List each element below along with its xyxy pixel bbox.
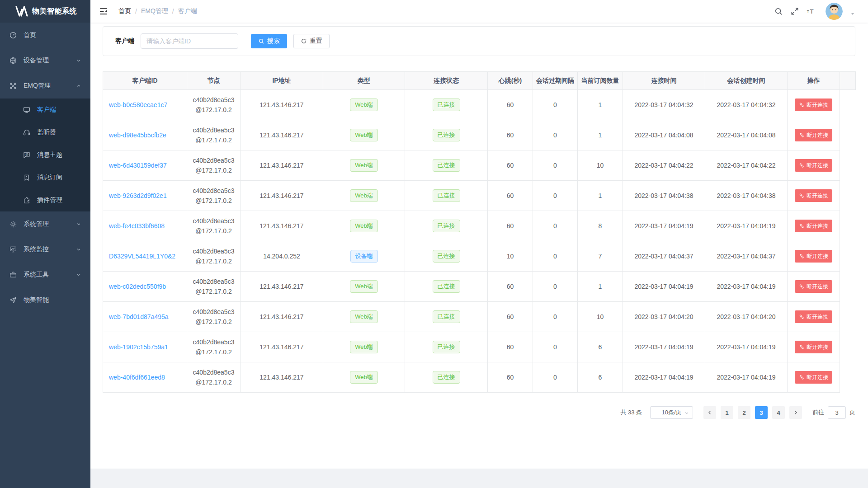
session-time-cell: 2022-03-17 04:04:38: [705, 181, 788, 211]
breadcrumb-separator: /: [135, 8, 137, 15]
subscriptions-cell: 7: [578, 241, 623, 272]
disconnect-button[interactable]: 断开连接: [795, 159, 832, 172]
sidebar-item-topics[interactable]: @ 消息主题: [0, 144, 90, 166]
gutter-cell: [840, 181, 856, 211]
sidebar-item-home[interactable]: 首页: [0, 23, 90, 48]
disconnect-button[interactable]: 断开连接: [795, 189, 832, 202]
disconnect-button[interactable]: 断开连接: [795, 129, 832, 141]
disconnect-button[interactable]: 断开连接: [795, 280, 832, 293]
disconnect-button[interactable]: 断开连接: [795, 99, 832, 111]
client-id-link[interactable]: web-9263d2d9f02e1: [109, 192, 167, 199]
search-icon[interactable]: [774, 7, 783, 16]
sidebar-item-emq[interactable]: EMQ管理: [0, 73, 90, 99]
client-id-link[interactable]: web-6d430159def37: [109, 162, 167, 169]
col-session-time: 会话创建时间: [705, 72, 788, 90]
disconnect-button-label: 断开连接: [807, 162, 828, 169]
client-id-input[interactable]: [141, 33, 238, 49]
sidebar-item-wumei[interactable]: 物美智能: [0, 287, 90, 313]
table-row: web-d98e45b5cfb2e c40b2d8ea5c3@172.17.0.…: [103, 120, 856, 150]
sidebar-collapse-icon[interactable]: [99, 6, 108, 16]
status-cell: 已连接: [405, 150, 488, 181]
subscriptions-cell: 1: [578, 90, 623, 120]
dashboard-icon: [9, 31, 17, 39]
session-time-cell: 2022-03-17 04:04:19: [705, 362, 788, 393]
page-button-1[interactable]: 1: [721, 406, 733, 419]
status-cell: 已连接: [405, 272, 488, 302]
status-badge: 已连接: [433, 310, 460, 323]
next-page-button[interactable]: [789, 406, 802, 419]
reset-button[interactable]: 重置: [293, 34, 330, 48]
sidebar-item-subscriptions[interactable]: 消息订阅: [0, 166, 90, 189]
sidebar-item-system-tools[interactable]: 系统工具: [0, 262, 90, 287]
page-button-2[interactable]: 2: [738, 406, 750, 419]
expiry-cell: 0: [533, 211, 578, 241]
pagination: 共 33 条 10条/页 1 2 3 4: [103, 406, 855, 419]
type-badge: Web端: [350, 310, 378, 323]
caret-down-icon[interactable]: [850, 11, 855, 17]
col-expiry: 会话过期间隔: [533, 72, 578, 90]
expiry-cell: 0: [533, 272, 578, 302]
client-id-link[interactable]: web-1902c15b759a1: [109, 343, 168, 351]
font-size-icon[interactable]: TT: [807, 7, 816, 16]
logo-icon: [15, 6, 28, 17]
disconnect-button[interactable]: 断开连接: [795, 220, 832, 232]
client-id-link[interactable]: D6329VL54419L1Y0&2: [109, 253, 175, 260]
sidebar-item-system-monitor[interactable]: 系统监控: [0, 237, 90, 262]
sidebar-item-system-admin[interactable]: 系统管理: [0, 211, 90, 237]
goto-page-input[interactable]: [828, 406, 846, 419]
gear-icon: [9, 220, 17, 228]
breadcrumb-clients: 客户端: [178, 7, 197, 15]
chevron-down-icon: [76, 272, 81, 277]
expiry-cell: 0: [533, 302, 578, 332]
search-button-label: 搜索: [267, 37, 280, 45]
client-id-link[interactable]: web-fe4c033bf6608: [109, 222, 165, 230]
avatar[interactable]: [826, 3, 843, 20]
node-cell: c40b2d8ea5c3@172.17.0.2: [187, 272, 241, 302]
type-badge: Web端: [350, 129, 378, 141]
search-field-label: 客户端: [115, 37, 134, 45]
fullscreen-icon[interactable]: [790, 7, 799, 16]
connect-time-cell: 2022-03-17 04:04:19: [623, 332, 705, 362]
session-time-cell: 2022-03-17 04:04:22: [705, 150, 788, 181]
status-badge: 已连接: [433, 159, 460, 172]
page-button-3-active[interactable]: 3: [755, 406, 768, 419]
sidebar-item-devices[interactable]: 设备管理: [0, 48, 90, 73]
breadcrumb-home[interactable]: 首页: [118, 7, 131, 15]
table-row: D6329VL54419L1Y0&2 c40b2d8ea5c3@172.17.0…: [103, 241, 856, 272]
app-title: 物美智能系统: [32, 7, 77, 16]
disconnect-button[interactable]: 断开连接: [795, 250, 832, 263]
breadcrumb-separator: /: [172, 8, 174, 15]
sidebar-item-clients[interactable]: 客户端: [0, 99, 90, 121]
prev-page-button[interactable]: [703, 406, 716, 419]
type-badge: Web端: [350, 159, 378, 172]
sidebar-item-plugins[interactable]: 插件管理: [0, 189, 90, 211]
table-row: web-b0c580ecae1c7 c40b2d8ea5c3@172.17.0.…: [103, 90, 856, 120]
col-client-id: 客户端ID: [103, 72, 187, 90]
subscribe-icon: [23, 174, 31, 182]
search-button[interactable]: 搜索: [251, 34, 287, 48]
page-size-select[interactable]: 10条/页: [650, 406, 693, 419]
status-cell: 已连接: [405, 302, 488, 332]
client-id-link[interactable]: web-b0c580ecae1c7: [109, 101, 167, 108]
disconnect-button[interactable]: 断开连接: [795, 310, 832, 323]
client-id-link[interactable]: web-d98e45b5cfb2e: [109, 131, 166, 139]
disconnect-button[interactable]: 断开连接: [795, 341, 832, 353]
expiry-cell: 0: [533, 241, 578, 272]
connect-time-cell: 2022-03-17 04:04:22: [623, 150, 705, 181]
paper-plane-icon: [9, 296, 17, 304]
type-cell: Web端: [323, 120, 405, 150]
client-id-link[interactable]: web-c02dedc550f9b: [109, 283, 166, 290]
breadcrumb-emq: EMQ管理: [141, 7, 168, 15]
ip-cell: 121.43.146.217: [241, 211, 323, 241]
app-logo[interactable]: 物美智能系统: [0, 0, 90, 23]
page-button-4[interactable]: 4: [772, 406, 785, 419]
client-id-link[interactable]: web-7bd01d87a495a: [109, 313, 169, 320]
pagination-total: 共 33 条: [620, 408, 642, 417]
status-cell: 已连接: [405, 120, 488, 150]
disconnect-button-label: 断开连接: [807, 101, 828, 109]
sidebar-item-listeners[interactable]: 监听器: [0, 121, 90, 144]
disconnect-button[interactable]: 断开连接: [795, 371, 832, 384]
client-id-link[interactable]: web-40f6df661eed8: [109, 374, 165, 381]
status-cell: 已连接: [405, 211, 488, 241]
goto-suffix: 页: [849, 408, 855, 417]
